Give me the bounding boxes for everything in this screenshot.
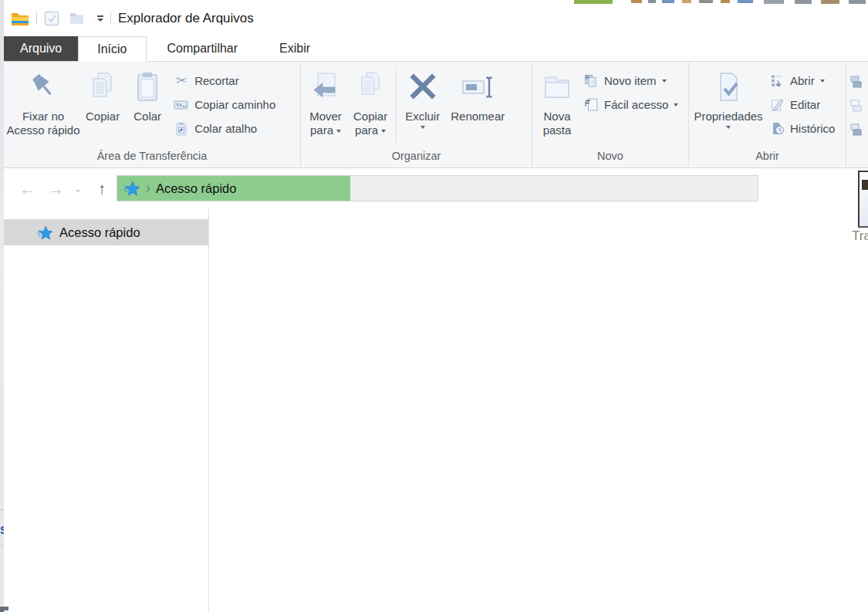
divider [396, 66, 397, 144]
new-item-button[interactable]: Novo item [579, 69, 686, 93]
paste-button[interactable]: Colar [125, 62, 170, 123]
sidebar-item-label: Acesso rápido [59, 225, 140, 240]
new-folder-icon [540, 67, 574, 107]
content-area: Acesso rápido [4, 208, 868, 612]
new-small-buttons: Novo item Fácil acesso [579, 62, 686, 117]
paste-icon [130, 67, 164, 107]
invert-selection-icon [850, 123, 865, 137]
qat-new-folder-icon[interactable] [69, 12, 84, 25]
copy-button[interactable]: Copiar [80, 62, 125, 123]
breadcrumb: › Acesso rápido [117, 176, 236, 201]
open-icon [769, 73, 785, 88]
history-button[interactable]: Histórico [765, 117, 843, 140]
easy-access-button[interactable]: Fácil acesso [579, 93, 686, 117]
open-button[interactable]: Abrir [765, 69, 843, 93]
group-label-open: Abrir [689, 150, 846, 167]
clipped-popup-fragment [858, 171, 868, 228]
title-bar: Explorador de Arquivos [4, 0, 868, 36]
divider [36, 12, 37, 25]
window-title: Explorador de Arquivos [118, 11, 254, 26]
ribbon-group-clipboard: Fixar noAcesso rápido [4, 62, 301, 167]
background-window-letter: S [0, 523, 4, 539]
group-label-organize: Organizar [301, 150, 532, 167]
group-label-new: Novo [532, 150, 688, 167]
file-list-area[interactable] [209, 208, 868, 612]
ribbon-group-organize: Moverpara Copiarpara [301, 62, 532, 167]
cut-button[interactable]: ✂ Recortar [170, 69, 283, 93]
delete-button[interactable]: Excluir [400, 62, 445, 129]
rename-button[interactable]: Renomear [445, 62, 510, 123]
edit-button[interactable]: Editar [765, 93, 843, 117]
recent-locations-dropdown[interactable]: ⌄ [73, 183, 83, 194]
rename-icon [461, 67, 495, 107]
select-none-button[interactable] [846, 94, 867, 118]
copy-to-icon [353, 67, 387, 107]
properties-icon [711, 67, 745, 107]
ribbon: Fixar noAcesso rápido [4, 62, 868, 168]
clipped-label-fragment: Tra [852, 228, 868, 244]
forward-button[interactable]: → [48, 181, 64, 197]
quick-access-star-icon [37, 225, 53, 240]
tab-compartilhar[interactable]: Compartilhar [147, 36, 259, 61]
copy-path-icon [174, 97, 189, 112]
ribbon-group-new: Novapasta N [532, 62, 689, 167]
ribbon-group-select-partial [846, 62, 867, 167]
ribbon-tab-bar: Arquivo Início Compartilhar Exibir [4, 36, 868, 62]
breadcrumb-root[interactable]: Acesso rápido [156, 181, 237, 196]
up-button[interactable]: ↑ [98, 181, 106, 197]
properties-button[interactable]: Propriedades [691, 62, 765, 129]
new-item-icon [583, 73, 599, 88]
dropdown-arrow-icon [381, 130, 386, 133]
navigation-bar: ← → ⌄ ↑ › Acesso rápido [4, 168, 868, 208]
qat-customize-dropdown-icon[interactable] [97, 15, 103, 22]
dropdown-arrow-icon [420, 126, 425, 129]
clipped-popup-content [862, 180, 868, 190]
paste-shortcut-icon [174, 121, 189, 136]
group-label-clipboard: Área de Transferência [4, 150, 300, 167]
move-to-icon [309, 67, 343, 107]
background-window-edge: S [0, 0, 4, 612]
copy-icon [86, 67, 120, 107]
pin-icon [26, 67, 60, 107]
select-none-icon [850, 99, 865, 113]
move-to-button[interactable]: Moverpara [303, 62, 348, 137]
address-bar[interactable]: › Acesso rápido [117, 175, 758, 201]
open-small-buttons: Abrir Editar [765, 62, 843, 140]
tab-inicio[interactable]: Início [78, 36, 146, 62]
background-fragment [0, 607, 8, 610]
sidebar-item-quick-access[interactable]: Acesso rápido [4, 219, 208, 245]
qat-properties-icon[interactable] [44, 11, 59, 26]
delete-icon [406, 67, 440, 107]
edit-icon [769, 97, 785, 112]
ribbon-group-open: Propriedades Abri [689, 62, 846, 167]
select-all-button[interactable] [846, 70, 867, 94]
tab-exibir[interactable]: Exibir [258, 36, 331, 61]
tab-arquivo[interactable]: Arquivo [4, 36, 78, 61]
clipped-top-content [0, 0, 868, 5]
explorer-window: Explorador de Arquivos Arquivo Início Co… [4, 0, 868, 612]
divider [0, 545, 4, 546]
new-folder-button[interactable]: Novapasta [535, 62, 579, 137]
invert-selection-button[interactable] [846, 118, 867, 142]
select-all-icon [850, 75, 865, 90]
dropdown-arrow-icon [726, 126, 731, 129]
paste-shortcut-button[interactable]: Colar atalho [170, 117, 283, 140]
clipboard-small-buttons: ✂ Recortar Copiar caminho [170, 62, 283, 140]
scissors-icon: ✂ [174, 73, 189, 88]
copy-path-button[interactable]: Copiar caminho [170, 93, 283, 117]
screen: S [0, 0, 868, 612]
dropdown-arrow-icon [662, 79, 667, 83]
divider [0, 509, 4, 510]
easy-access-icon [583, 97, 599, 112]
explorer-app-icon[interactable] [11, 11, 29, 26]
history-icon [769, 121, 785, 136]
quick-access-toolbar [44, 11, 103, 26]
navigation-pane: Acesso rápido [4, 208, 209, 612]
copy-to-button[interactable]: Copiarpara [348, 62, 393, 137]
back-button[interactable]: ← [19, 181, 35, 197]
quick-access-star-icon [123, 181, 140, 196]
dropdown-arrow-icon [820, 79, 825, 83]
pin-to-quick-access-button[interactable]: Fixar noAcesso rápido [6, 62, 80, 137]
divider [110, 12, 111, 25]
breadcrumb-chevron-icon[interactable]: › [146, 181, 150, 194]
